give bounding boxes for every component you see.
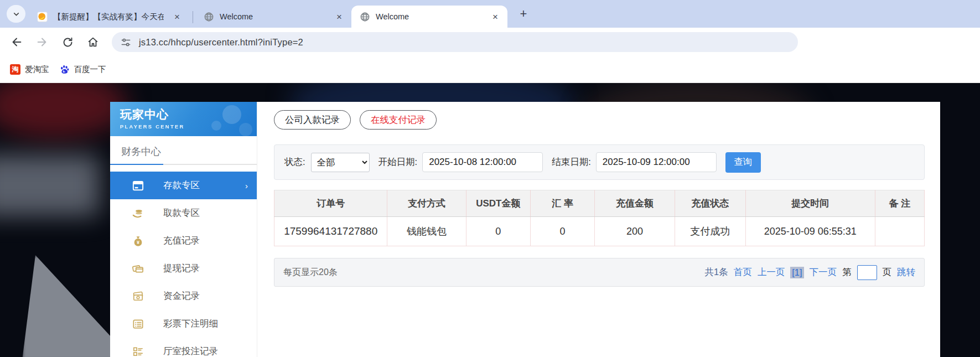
sidebar-item-label: 充值记录 xyxy=(163,235,200,247)
chevron-right-icon: › xyxy=(245,181,248,190)
table-header-cell: 支付方式 xyxy=(387,190,466,217)
sidebar-item-label: 提现记录 xyxy=(163,262,200,275)
tab-online-payment-records[interactable]: 在线支付记录 xyxy=(360,110,437,130)
back-button[interactable] xyxy=(6,31,28,53)
main-content: 公司入款记录 在线支付记录 状态: 全部 开始日期: 结束日期: 查询 订单号支… xyxy=(257,102,940,357)
tab-title: Welcome xyxy=(220,12,326,21)
forward-button[interactable] xyxy=(31,31,53,53)
prev-page-link[interactable]: 上一页 xyxy=(758,266,785,278)
lottery-list-icon xyxy=(131,317,144,330)
bookmark-1[interactable]: 百度一下 xyxy=(59,64,106,75)
site-info-icon[interactable] xyxy=(121,37,131,48)
home-button[interactable] xyxy=(82,31,104,53)
start-date-input[interactable] xyxy=(422,152,543,172)
sidebar-subtitle: PLAYERS CENTER xyxy=(120,123,257,130)
reload-button[interactable] xyxy=(56,31,79,53)
url-text[interactable]: js13.cc/hhcp/usercenter.html?iniType=2 xyxy=(139,37,303,48)
sidebar-item-6[interactable]: 厅室投注记录 xyxy=(110,338,257,357)
sidebar-item-label: 彩票下注明细 xyxy=(163,318,218,330)
bookmark-label: 爱淘宝 xyxy=(25,64,49,75)
table-cell: 钱能钱包 xyxy=(387,217,466,246)
table-cell: 2025-10-09 06:55:31 xyxy=(745,217,875,246)
jump-prefix-label: 第 xyxy=(842,266,852,278)
forum-icon xyxy=(37,11,48,22)
table-header-cell: 充值金额 xyxy=(595,190,675,217)
jump-button[interactable]: 跳转 xyxy=(897,266,915,278)
tabs-container: 【新提醒】【实战有奖】今天在×Welcome×Welcome×+ xyxy=(29,0,532,28)
browser-toolbar: js13.cc/hhcp/usercenter.html?iniType=2 xyxy=(0,28,980,56)
sidebar-section-rule xyxy=(110,164,257,165)
sidebar-section-label: 财务中心 xyxy=(110,136,257,164)
browser-tab-0[interactable]: 【新提醒】【实战有奖】今天在× xyxy=(29,6,190,28)
background-blob-steel xyxy=(0,155,100,216)
table-cell: 1759964131727880 xyxy=(274,217,387,246)
table-header-cell: 订单号 xyxy=(274,190,387,217)
deco-circle xyxy=(222,105,241,124)
sidebar-item-1[interactable]: 取款专区 xyxy=(110,199,257,227)
table-cell: 0 xyxy=(530,217,594,246)
hand-coin-icon xyxy=(131,206,144,220)
tab-title: 【新提醒】【实战有奖】今天在 xyxy=(53,12,164,22)
tab-search-button[interactable] xyxy=(7,5,25,23)
sidebar: 玩家中心 PLAYERS CENTER 财务中心 存款专区›取款专区¥充值记录提… xyxy=(110,102,257,357)
sidebar-item-5[interactable]: 彩票下注明细 xyxy=(110,310,257,338)
tab-close-icon[interactable]: × xyxy=(334,11,345,23)
page-size-text: 每页显示20条 xyxy=(283,267,338,278)
table-header-cell: 提交时间 xyxy=(745,190,875,217)
bookmark-label: 百度一下 xyxy=(74,64,106,75)
query-button[interactable]: 查询 xyxy=(725,152,761,173)
browser-tab-1[interactable]: Welcome× xyxy=(195,6,351,28)
bookmarks-bar: 淘爱淘宝百度一下 xyxy=(0,56,980,83)
withdraw-cards-icon xyxy=(131,262,144,275)
globe-icon xyxy=(359,11,370,22)
sidebar-item-0[interactable]: 存款专区› xyxy=(110,172,257,199)
start-date-label: 开始日期: xyxy=(378,156,418,168)
address-bar[interactable]: js13.cc/hhcp/usercenter.html?iniType=2 xyxy=(112,32,798,52)
records-table: 订单号支付方式USDT金额汇 率充值金额充值状态提交时间备 注 17599641… xyxy=(274,190,925,246)
deposit-card-icon xyxy=(131,179,144,192)
jump-page-input[interactable] xyxy=(857,265,877,280)
chevron-down-icon xyxy=(13,11,20,18)
globe-icon xyxy=(203,11,214,22)
sidebar-item-4[interactable]: 资金记录 xyxy=(110,282,257,310)
banknote-icon xyxy=(131,289,144,303)
back-icon xyxy=(11,36,23,48)
table-row: 1759964131727880钱能钱包00200支付成功2025-10-09 … xyxy=(274,217,925,246)
room-bet-list-icon xyxy=(131,345,144,357)
taobao-badge: 淘 xyxy=(10,64,20,75)
tab-company-deposit-records[interactable]: 公司入款记录 xyxy=(274,110,351,130)
player-center-panel: 玩家中心 PLAYERS CENTER 财务中心 存款专区›取款专区¥充值记录提… xyxy=(110,102,940,357)
jump-suffix-label: 页 xyxy=(883,266,892,278)
tab-close-icon[interactable]: × xyxy=(490,11,501,23)
sidebar-item-2[interactable]: ¥充值记录 xyxy=(110,227,257,255)
sidebar-item-label: 存款专区 xyxy=(163,179,200,192)
new-tab-button[interactable]: + xyxy=(515,6,532,22)
table-cell: 200 xyxy=(595,217,675,246)
table-header-row: 订单号支付方式USDT金额汇 率充值金额充值状态提交时间备 注 xyxy=(274,190,925,217)
current-page-indicator: [1] xyxy=(790,267,803,278)
browser-tabstrip: 【新提醒】【实战有奖】今天在×Welcome×Welcome×+ xyxy=(0,0,980,28)
next-page-link[interactable]: 下一页 xyxy=(810,266,837,278)
reload-icon xyxy=(62,37,74,48)
pagination-bar: 每页显示20条 共1条 首页 上一页 [1] 下一页 第 页 跳转 xyxy=(274,258,925,287)
table-body: 1759964131727880钱能钱包00200支付成功2025-10-09 … xyxy=(274,217,925,246)
table-cell: 0 xyxy=(466,217,530,246)
sidebar-item-label: 取款专区 xyxy=(163,207,200,219)
tab-title: Welcome xyxy=(376,12,482,21)
table-cell: 支付成功 xyxy=(675,217,745,246)
taobao-icon: 淘 xyxy=(10,64,20,75)
status-label: 状态: xyxy=(284,156,305,168)
end-date-input[interactable] xyxy=(596,152,717,172)
status-select[interactable]: 全部 xyxy=(311,153,370,172)
home-icon xyxy=(87,36,99,48)
filter-bar: 状态: 全部 开始日期: 结束日期: 查询 xyxy=(274,144,925,180)
table-cell xyxy=(875,217,924,246)
browser-tab-2[interactable]: Welcome× xyxy=(351,6,507,28)
bookmark-0[interactable]: 淘爱淘宝 xyxy=(10,64,49,75)
table-header-cell: 汇 率 xyxy=(530,190,594,217)
first-page-link[interactable]: 首页 xyxy=(734,266,752,278)
tab-close-icon[interactable]: × xyxy=(172,11,183,23)
sidebar-item-3[interactable]: 提现记录 xyxy=(110,255,257,282)
money-bag-icon: ¥ xyxy=(131,234,144,247)
forward-icon xyxy=(36,36,48,48)
